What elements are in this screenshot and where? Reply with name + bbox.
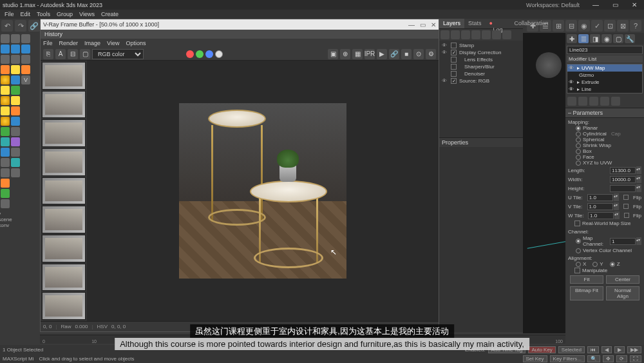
length-spinner[interactable]: ▴▾ (610, 166, 641, 174)
layer-menu-icon[interactable] (502, 30, 511, 39)
redo-icon[interactable]: ↷ (15, 20, 26, 32)
history-thumb[interactable] (42, 292, 86, 320)
minimize-button[interactable]: — (586, 0, 605, 10)
viewcube-icon[interactable] (536, 52, 562, 78)
properties-header[interactable]: Properties (439, 137, 523, 147)
vfb-track-icon[interactable]: ⊕ (340, 49, 350, 59)
nav-orbit-icon[interactable]: ⟳ (616, 355, 627, 362)
tool-k-icon[interactable] (11, 137, 20, 146)
green-channel-icon[interactable] (196, 50, 204, 58)
unique-icon[interactable] (589, 97, 598, 106)
tool-h-icon[interactable] (11, 106, 20, 115)
workspace-selector[interactable]: Workspaces: Default (526, 2, 580, 8)
mapping-face[interactable]: Face (568, 154, 641, 160)
hierarchy-panel-icon[interactable]: ⊞ (553, 20, 564, 32)
setkey-button[interactable]: Set Key (523, 355, 547, 362)
remove-mod-icon[interactable] (600, 97, 609, 106)
nav-pan-icon[interactable]: ✥ (603, 355, 614, 362)
vfb-minimize-icon[interactable]: — (408, 21, 415, 28)
normalalign-button[interactable]: Normal Align (606, 286, 639, 300)
layer-row[interactable]: 👁Display Correction (440, 49, 522, 56)
plane-icon[interactable] (1, 127, 10, 136)
sphere-icon[interactable] (1, 137, 10, 146)
tool-c-icon[interactable] (11, 55, 20, 64)
tool-i-icon[interactable] (11, 117, 20, 126)
mapping-cyl[interactable]: CylindricalCap (568, 131, 641, 137)
vfb-titlebar[interactable]: V-Ray Frame Buffer - [50.0% of 1000 x 10… (41, 19, 439, 30)
vfb-save-icon[interactable]: ⎘ (43, 49, 53, 59)
sun-icon[interactable] (1, 75, 10, 84)
vfb-maximize-icon[interactable]: ▭ (420, 21, 426, 28)
direct-icon[interactable] (1, 117, 10, 126)
mapchannel-radio[interactable]: Map Channel: (568, 235, 610, 247)
nav-zoom-icon[interactable]: 🔍 (587, 355, 600, 362)
load-preset-icon[interactable] (482, 30, 491, 39)
folder-icon[interactable] (461, 30, 470, 39)
help-icon[interactable]: ? (630, 20, 641, 32)
play-start-icon[interactable]: ⏮ (587, 346, 599, 353)
vcolor-radio[interactable]: Vertex Color Channel (568, 248, 641, 253)
layer-row[interactable]: 👁Source: RGB (440, 77, 522, 84)
maximize-button[interactable]: ▭ (605, 0, 625, 10)
menu-views[interactable]: Views (76, 11, 98, 17)
tool-e-icon[interactable] (11, 75, 20, 84)
align-x[interactable]: X (576, 261, 586, 267)
vfb-history-header[interactable]: History (41, 30, 439, 39)
add-layer-icon[interactable] (440, 30, 450, 39)
nav-max-icon[interactable]: ⛶ (630, 355, 641, 362)
decal-icon[interactable] (1, 199, 10, 208)
menu-tools[interactable]: Tools (33, 11, 53, 17)
play-icon[interactable]: ▶ (614, 346, 625, 353)
width-spinner[interactable]: ▴▾ (610, 175, 641, 183)
red-channel-icon[interactable] (186, 50, 194, 58)
menu-create[interactable]: Create (98, 11, 122, 17)
display-tab-icon[interactable]: ▢ (613, 34, 623, 43)
scatter-icon[interactable] (1, 158, 10, 167)
vfb-bucket-icon[interactable]: ▦ (352, 49, 363, 59)
maxscript-listener[interactable]: MAXScript Mi (3, 356, 33, 362)
util3-icon[interactable]: ⊠ (617, 20, 629, 32)
vfb-ab-icon[interactable]: A (55, 49, 66, 59)
mapping-box[interactable]: Box (568, 148, 641, 154)
mapping-xyz[interactable]: XYZ to UVW (568, 160, 641, 166)
spot-icon[interactable] (1, 106, 10, 115)
utilities-tab-icon[interactable]: 🔧 (625, 34, 635, 43)
vfb-menu-image[interactable]: Image (84, 40, 100, 46)
vray-ies-icon[interactable] (1, 55, 10, 64)
play-prev-icon[interactable]: ◀ (601, 346, 612, 353)
modify-tab-icon[interactable]: ☰ (578, 34, 589, 43)
motion-panel-icon[interactable]: ⊟ (565, 20, 577, 32)
configure-icon[interactable] (611, 97, 620, 106)
keyfilters-button[interactable]: Key Filters... (550, 355, 585, 362)
vray-dome-icon[interactable] (1, 44, 10, 54)
vfb-close-icon[interactable]: ✕ (431, 21, 436, 28)
vfb-menu-render[interactable]: Render (59, 40, 79, 46)
align-z[interactable]: Z (610, 261, 620, 267)
vfb-channel-select[interactable]: RGB color (92, 49, 144, 59)
del-layer-icon[interactable] (451, 30, 460, 39)
menu-edit[interactable]: Edit (17, 11, 34, 17)
display-panel-icon[interactable]: ◉ (578, 20, 590, 32)
cam-c-icon[interactable] (21, 55, 30, 64)
modifier-uvwmap[interactable]: 👁▸UVW Map (567, 64, 642, 72)
tool-m-icon[interactable] (11, 158, 20, 167)
cam-a-icon[interactable] (21, 34, 30, 43)
vray-logo-icon[interactable]: V (21, 75, 30, 84)
history-thumb[interactable] (42, 91, 86, 119)
modifier-extrude[interactable]: 👁▸Extrude (567, 79, 642, 86)
cam-d-icon[interactable] (21, 65, 30, 74)
bitmapfit-button[interactable]: Bitmap Fit (570, 286, 603, 300)
vfb-debug-icon[interactable]: ⊙ (413, 49, 424, 59)
close-button[interactable]: ✕ (625, 0, 644, 10)
mapping-planar[interactable]: Planar (568, 125, 641, 131)
modifier-gizmo[interactable]: Gizmo (567, 72, 642, 79)
autokey-button[interactable]: Auto Key (528, 346, 555, 353)
layer-list-icon[interactable] (492, 30, 501, 39)
history-thumb[interactable] (42, 235, 86, 262)
hierarchy-tab-icon[interactable]: ◨ (590, 34, 600, 43)
vray-light-icon[interactable] (1, 34, 10, 43)
link-icon[interactable]: 🔗 (28, 20, 40, 32)
mapping-sph[interactable]: Spherical (568, 137, 641, 142)
tool-d-icon[interactable] (11, 65, 20, 74)
history-thumb[interactable] (42, 119, 86, 147)
